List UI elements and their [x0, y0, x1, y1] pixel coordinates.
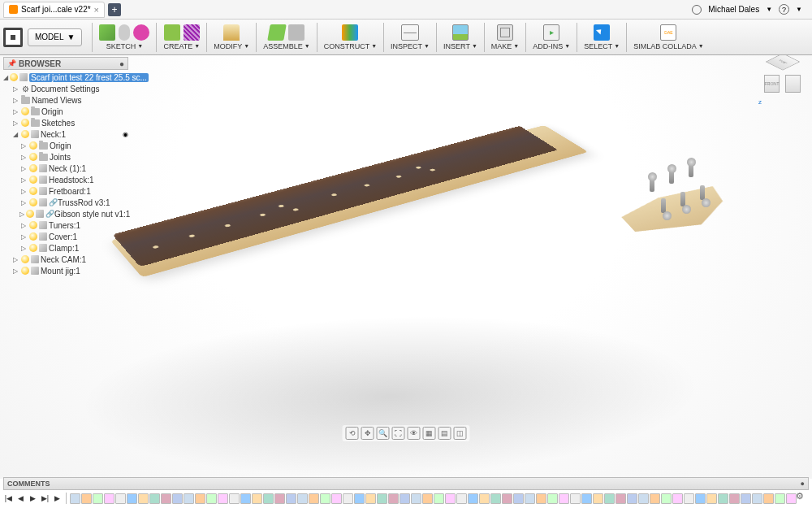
timeline-back-button[interactable]: ◀: [15, 493, 26, 504]
addins-scripts-icon[interactable]: [543, 24, 559, 41]
timeline-feature[interactable]: [752, 493, 762, 504]
select-group[interactable]: SELECT▼: [579, 20, 624, 54]
timeline-feature[interactable]: [149, 493, 160, 504]
sketch-line-icon[interactable]: [119, 24, 130, 41]
timeline-feature[interactable]: [388, 493, 399, 504]
timeline-feature[interactable]: [638, 493, 649, 504]
inspect-group[interactable]: INSPECT▼: [386, 20, 434, 54]
create-group[interactable]: CREATE▼: [158, 20, 205, 54]
timeline-feature[interactable]: [581, 493, 592, 504]
timeline-feature[interactable]: [729, 493, 740, 504]
timeline-feature[interactable]: [240, 493, 251, 504]
insert-decal-icon[interactable]: [452, 24, 469, 41]
timeline-feature[interactable]: [411, 493, 421, 504]
timeline-feature[interactable]: [672, 493, 683, 504]
viewcube-top[interactable]: TOP: [766, 55, 800, 71]
timeline-feature[interactable]: [286, 493, 296, 504]
timeline-feature[interactable]: [627, 493, 637, 504]
construct-plane-icon[interactable]: [342, 24, 358, 41]
timeline-end-button[interactable]: ▶|: [40, 493, 50, 504]
timeline-feature[interactable]: [218, 493, 228, 504]
timeline-feature[interactable]: [479, 493, 490, 504]
comments-expand-icon[interactable]: ●: [801, 480, 805, 488]
timeline-feature[interactable]: [718, 493, 728, 504]
tree-neck-cam[interactable]: ▷Neck CAM:1: [3, 254, 128, 265]
timeline-feature[interactable]: [422, 493, 433, 504]
tree-fretboard[interactable]: ▷Fretboard:1: [3, 185, 128, 197]
user-name[interactable]: Michael Dales: [708, 5, 759, 14]
nav-orbit-icon[interactable]: ⟲: [346, 427, 359, 440]
tree-tuners[interactable]: ▷Tuners:1: [3, 219, 128, 231]
timeline-feature[interactable]: [650, 493, 660, 504]
modify-group[interactable]: MODIFY▼: [209, 20, 254, 54]
workspace-switcher[interactable]: MODEL▼: [28, 28, 82, 46]
timeline-feature[interactable]: [615, 493, 626, 504]
timeline-feature[interactable]: [434, 493, 444, 504]
addins-group[interactable]: ADD-INS▼: [528, 20, 575, 54]
viewcube-right[interactable]: [785, 75, 801, 93]
timeline-feature[interactable]: [115, 493, 126, 504]
job-status-icon[interactable]: [692, 5, 702, 15]
sketch-rect-icon[interactable]: [99, 24, 115, 41]
tree-sketches[interactable]: ▷Sketches: [3, 117, 128, 128]
timeline-feature[interactable]: [263, 493, 274, 504]
timeline-feature[interactable]: [559, 493, 569, 504]
model-headstock[interactable]: [615, 184, 742, 241]
insert-group[interactable]: INSERT▼: [438, 20, 482, 54]
timeline-feature[interactable]: [547, 493, 558, 504]
timeline-feature[interactable]: [309, 493, 319, 504]
collada-group[interactable]: DAE SIMLAB COLLADA▼: [628, 20, 708, 54]
nav-pan-icon[interactable]: ✥: [361, 427, 374, 440]
tree-root[interactable]: ◢ Scarf joint test 22 frest 25.5 sc...: [3, 72, 128, 83]
tree-named-views[interactable]: ▷Named Views: [3, 94, 128, 106]
timeline-feature[interactable]: [763, 493, 774, 504]
timeline-fwd-button[interactable]: ▶: [28, 493, 38, 504]
timeline-feature[interactable]: [593, 493, 603, 504]
new-tab-button[interactable]: +: [108, 3, 121, 16]
timeline-feature[interactable]: [684, 493, 694, 504]
timeline-feature[interactable]: [661, 493, 672, 504]
timeline-feature[interactable]: [138, 493, 149, 504]
tree-headstock[interactable]: ▷Headstock:1: [3, 174, 128, 185]
tree-neck-origin[interactable]: ▷Origin: [3, 140, 128, 151]
timeline-feature[interactable]: [377, 493, 387, 504]
assemble-align-icon[interactable]: [288, 24, 304, 41]
sketch-group[interactable]: SKETCH▼: [94, 20, 154, 54]
data-panel-button[interactable]: [3, 28, 23, 47]
tree-doc-settings[interactable]: ▷⚙Document Settings: [3, 83, 128, 94]
timeline-feature[interactable]: [706, 493, 717, 504]
make-print-icon[interactable]: [497, 24, 513, 41]
select-cursor-icon[interactable]: [594, 24, 610, 41]
timeline-feature[interactable]: [331, 493, 342, 504]
timeline-feature[interactable]: [513, 493, 524, 504]
display-settings-icon[interactable]: ▦: [423, 427, 436, 440]
timeline-feature[interactable]: [468, 493, 478, 504]
tree-clamp[interactable]: ▷Clamp:1: [3, 242, 128, 254]
timeline-feature[interactable]: [741, 493, 751, 504]
browser-header[interactable]: 📌 BROWSER ●: [3, 57, 128, 70]
create-pattern-icon[interactable]: [184, 24, 200, 41]
timeline-feature[interactable]: [93, 493, 103, 504]
timeline-feature[interactable]: [775, 493, 785, 504]
timeline-feature[interactable]: [343, 493, 353, 504]
user-dropdown-icon[interactable]: ▼: [766, 6, 772, 13]
timeline-feature[interactable]: [536, 493, 546, 504]
tree-neck[interactable]: ◢Neck:1◉: [3, 128, 128, 140]
help-icon[interactable]: ?: [779, 4, 789, 15]
browser-collapse-icon[interactable]: ●: [119, 59, 124, 68]
timeline-feature[interactable]: [297, 493, 308, 504]
timeline-feature[interactable]: [70, 493, 80, 504]
timeline-feature[interactable]: [104, 493, 114, 504]
tree-mount-jig[interactable]: ▷Mount jig:1: [3, 265, 128, 276]
modify-pressoull-icon[interactable]: [223, 24, 240, 41]
nav-zoom-icon[interactable]: 🔍: [377, 427, 390, 440]
timeline-feature[interactable]: [354, 493, 365, 504]
create-extrude-icon[interactable]: [164, 24, 180, 41]
construct-group[interactable]: CONSTRUCT▼: [319, 20, 382, 54]
tree-nut[interactable]: ▷🔗Gibson style nut v1:1: [3, 208, 128, 219]
sketch-circle-icon[interactable]: [133, 24, 149, 41]
timeline-feature[interactable]: [604, 493, 615, 504]
timeline-feature[interactable]: [206, 493, 217, 504]
tree-joints[interactable]: ▷Joints: [3, 151, 128, 163]
viewcube[interactable]: TOP FRONT z: [765, 63, 801, 99]
